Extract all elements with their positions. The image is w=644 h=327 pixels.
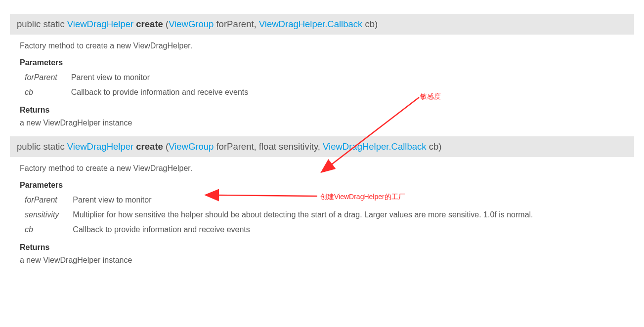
param-type-link[interactable]: ViewGroup	[169, 141, 214, 152]
param-name-cell: cb	[25, 222, 73, 237]
parameters-table: forParent Parent view to monitor cb Call…	[25, 70, 253, 100]
table-row: cb Callback to provide information and r…	[25, 85, 253, 100]
method-signature: public static ViewDragHelper create (Vie…	[10, 14, 634, 35]
param-type-link[interactable]: ViewGroup	[169, 19, 214, 29]
param-name: cb	[427, 141, 439, 152]
table-row: sensitivity Multiplier for how sensitive…	[25, 207, 538, 222]
param-name-cell: forParent	[25, 193, 73, 207]
return-type-link[interactable]: ViewDragHelper	[67, 141, 133, 152]
return-type-link[interactable]: ViewDragHelper	[67, 19, 133, 29]
param-desc-cell: Parent view to monitor	[71, 70, 253, 85]
param-name: forParent,	[214, 141, 259, 152]
parameters-table: forParent Parent view to monitor sensiti…	[25, 193, 538, 237]
table-row: forParent Parent view to monitor	[25, 70, 253, 85]
param-name: sensitivity,	[276, 141, 323, 152]
table-row: forParent Parent view to monitor	[25, 193, 538, 207]
table-row: cb Callback to provide information and r…	[25, 222, 538, 237]
param-type-plain: float	[259, 141, 276, 152]
parameters-header: Parameters	[20, 58, 644, 67]
close-paren: )	[375, 19, 378, 29]
param-type-link[interactable]: ViewDragHelper.Callback	[259, 19, 362, 29]
returns-text: a new ViewDragHelper instance	[20, 256, 644, 265]
returns-text: a new ViewDragHelper instance	[20, 119, 644, 127]
param-desc-cell: Callback to provide information and rece…	[73, 222, 538, 237]
param-name-cell: cb	[25, 85, 71, 100]
method-name: create	[136, 19, 163, 29]
close-paren: )	[438, 141, 441, 152]
method-block-1: public static ViewDragHelper create (Vie…	[0, 14, 644, 127]
param-desc-cell: Parent view to monitor	[73, 193, 538, 207]
returns-header: Returns	[20, 106, 644, 115]
parameters-header: Parameters	[20, 181, 644, 190]
modifiers: public static	[17, 141, 67, 152]
returns-header: Returns	[20, 243, 644, 252]
annotation-label: 敏感度	[420, 92, 441, 101]
param-type-link[interactable]: ViewDragHelper.Callback	[323, 141, 426, 152]
param-name: forParent,	[214, 19, 259, 29]
param-desc-cell: Callback to provide information and rece…	[71, 85, 253, 100]
param-name-cell: forParent	[25, 70, 71, 85]
param-desc-cell: Multiplier for how sensitive the helper …	[73, 207, 538, 222]
param-name: cb	[362, 19, 375, 29]
method-description: Factory method to create a new ViewDragH…	[20, 164, 644, 173]
method-signature: public static ViewDragHelper create (Vie…	[10, 136, 634, 157]
annotation-label: 创建ViewDragHelper的工厂	[320, 193, 405, 202]
method-description: Factory method to create a new ViewDragH…	[20, 41, 644, 50]
method-name: create	[136, 141, 163, 152]
param-name-cell: sensitivity	[25, 207, 73, 222]
modifiers: public static	[17, 19, 67, 29]
